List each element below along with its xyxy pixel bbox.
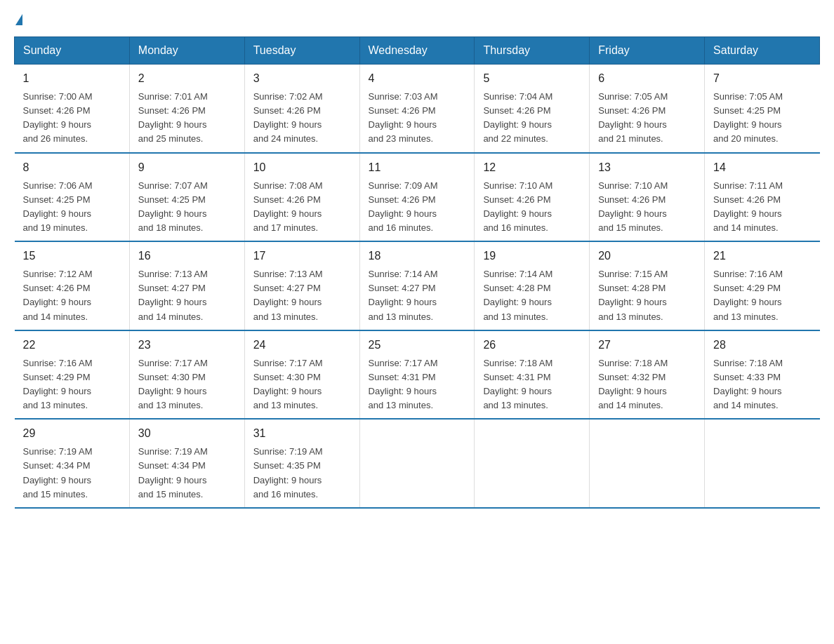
day-number: 20 [598, 248, 696, 264]
calendar-cell: 7Sunrise: 7:05 AMSunset: 4:25 PMDaylight… [705, 65, 820, 153]
calendar-cell: 19Sunrise: 7:14 AMSunset: 4:28 PMDayligh… [475, 241, 590, 330]
day-info: Sunrise: 7:16 AMSunset: 4:29 PMDaylight:… [23, 356, 121, 413]
calendar-cell: 5Sunrise: 7:04 AMSunset: 4:26 PMDaylight… [475, 65, 590, 153]
day-info: Sunrise: 7:16 AMSunset: 4:29 PMDaylight:… [713, 267, 811, 324]
week-row-3: 15Sunrise: 7:12 AMSunset: 4:26 PMDayligh… [15, 241, 820, 330]
logo [14, 14, 22, 25]
calendar-cell: 9Sunrise: 7:07 AMSunset: 4:25 PMDaylight… [129, 153, 244, 242]
calendar-cell: 24Sunrise: 7:17 AMSunset: 4:30 PMDayligh… [244, 330, 359, 420]
week-row-4: 22Sunrise: 7:16 AMSunset: 4:29 PMDayligh… [15, 330, 820, 420]
header-day-monday: Monday [129, 37, 244, 65]
day-number: 18 [369, 248, 466, 264]
calendar-cell: 29Sunrise: 7:19 AMSunset: 4:34 PMDayligh… [15, 419, 130, 508]
header-day-tuesday: Tuesday [244, 37, 359, 65]
day-info: Sunrise: 7:07 AMSunset: 4:25 PMDaylight:… [138, 179, 236, 236]
day-number: 8 [23, 159, 121, 176]
header-row: SundayMondayTuesdayWednesdayThursdayFrid… [15, 37, 820, 65]
calendar-body: 1Sunrise: 7:00 AMSunset: 4:26 PMDaylight… [15, 65, 820, 508]
day-info: Sunrise: 7:14 AMSunset: 4:27 PMDaylight:… [369, 267, 466, 324]
calendar-cell [475, 419, 590, 508]
day-number: 25 [369, 337, 466, 354]
week-row-5: 29Sunrise: 7:19 AMSunset: 4:34 PMDayligh… [15, 419, 820, 508]
day-info: Sunrise: 7:18 AMSunset: 4:33 PMDaylight:… [713, 356, 811, 413]
calendar-cell: 2Sunrise: 7:01 AMSunset: 4:26 PMDaylight… [129, 65, 244, 153]
day-number: 1 [23, 70, 121, 87]
day-number: 2 [138, 70, 236, 87]
calendar-cell [705, 419, 820, 508]
calendar-cell: 11Sunrise: 7:09 AMSunset: 4:26 PMDayligh… [359, 153, 475, 242]
page-header [14, 14, 820, 25]
day-info: Sunrise: 7:08 AMSunset: 4:26 PMDaylight:… [253, 179, 351, 236]
header-day-wednesday: Wednesday [359, 37, 475, 65]
calendar-cell: 27Sunrise: 7:18 AMSunset: 4:32 PMDayligh… [590, 330, 705, 420]
calendar-table: SundayMondayTuesdayWednesdayThursdayFrid… [14, 36, 820, 509]
day-info: Sunrise: 7:04 AMSunset: 4:26 PMDaylight:… [483, 90, 581, 147]
calendar-cell: 22Sunrise: 7:16 AMSunset: 4:29 PMDayligh… [15, 330, 130, 420]
day-number: 15 [23, 248, 121, 264]
day-info: Sunrise: 7:14 AMSunset: 4:28 PMDaylight:… [483, 267, 581, 324]
day-number: 27 [598, 337, 696, 354]
day-info: Sunrise: 7:17 AMSunset: 4:30 PMDaylight:… [253, 356, 351, 413]
day-info: Sunrise: 7:13 AMSunset: 4:27 PMDaylight:… [138, 267, 236, 324]
day-number: 7 [713, 70, 811, 87]
day-number: 30 [138, 425, 236, 442]
day-number: 5 [483, 70, 581, 87]
day-info: Sunrise: 7:02 AMSunset: 4:26 PMDaylight:… [253, 90, 351, 147]
day-info: Sunrise: 7:13 AMSunset: 4:27 PMDaylight:… [253, 267, 351, 324]
calendar-cell: 30Sunrise: 7:19 AMSunset: 4:34 PMDayligh… [129, 419, 244, 508]
day-info: Sunrise: 7:05 AMSunset: 4:25 PMDaylight:… [713, 90, 811, 147]
calendar-cell: 14Sunrise: 7:11 AMSunset: 4:26 PMDayligh… [705, 153, 820, 242]
calendar-cell: 21Sunrise: 7:16 AMSunset: 4:29 PMDayligh… [705, 241, 820, 330]
calendar-cell: 26Sunrise: 7:18 AMSunset: 4:31 PMDayligh… [475, 330, 590, 420]
day-info: Sunrise: 7:00 AMSunset: 4:26 PMDaylight:… [23, 90, 121, 147]
day-number: 31 [253, 425, 351, 442]
day-info: Sunrise: 7:10 AMSunset: 4:26 PMDaylight:… [598, 179, 696, 236]
calendar-cell: 8Sunrise: 7:06 AMSunset: 4:25 PMDaylight… [15, 153, 130, 242]
calendar-cell: 23Sunrise: 7:17 AMSunset: 4:30 PMDayligh… [129, 330, 244, 420]
day-info: Sunrise: 7:15 AMSunset: 4:28 PMDaylight:… [598, 267, 696, 324]
day-info: Sunrise: 7:09 AMSunset: 4:26 PMDaylight:… [369, 179, 466, 236]
calendar-cell: 16Sunrise: 7:13 AMSunset: 4:27 PMDayligh… [129, 241, 244, 330]
calendar-cell: 15Sunrise: 7:12 AMSunset: 4:26 PMDayligh… [15, 241, 130, 330]
day-info: Sunrise: 7:01 AMSunset: 4:26 PMDaylight:… [138, 90, 236, 147]
day-info: Sunrise: 7:11 AMSunset: 4:26 PMDaylight:… [713, 179, 811, 236]
header-day-saturday: Saturday [705, 37, 820, 65]
day-number: 9 [138, 159, 236, 176]
day-info: Sunrise: 7:03 AMSunset: 4:26 PMDaylight:… [369, 90, 466, 147]
day-number: 19 [483, 248, 581, 264]
day-info: Sunrise: 7:18 AMSunset: 4:31 PMDaylight:… [483, 356, 581, 413]
day-info: Sunrise: 7:06 AMSunset: 4:25 PMDaylight:… [23, 179, 121, 236]
day-number: 21 [713, 248, 811, 264]
calendar-cell: 6Sunrise: 7:05 AMSunset: 4:26 PMDaylight… [590, 65, 705, 153]
calendar-cell: 20Sunrise: 7:15 AMSunset: 4:28 PMDayligh… [590, 241, 705, 330]
day-info: Sunrise: 7:17 AMSunset: 4:31 PMDaylight:… [369, 356, 466, 413]
day-number: 13 [598, 159, 696, 176]
calendar-cell: 4Sunrise: 7:03 AMSunset: 4:26 PMDaylight… [359, 65, 475, 153]
day-info: Sunrise: 7:19 AMSunset: 4:35 PMDaylight:… [253, 445, 351, 502]
calendar-header: SundayMondayTuesdayWednesdayThursdayFrid… [15, 37, 820, 65]
day-number: 14 [713, 159, 811, 176]
day-number: 3 [253, 70, 351, 87]
week-row-1: 1Sunrise: 7:00 AMSunset: 4:26 PMDaylight… [15, 65, 820, 153]
day-number: 11 [369, 159, 466, 176]
header-day-thursday: Thursday [475, 37, 590, 65]
day-info: Sunrise: 7:19 AMSunset: 4:34 PMDaylight:… [23, 445, 121, 502]
logo-triangle-icon [15, 14, 22, 25]
calendar-cell: 10Sunrise: 7:08 AMSunset: 4:26 PMDayligh… [244, 153, 359, 242]
calendar-cell: 17Sunrise: 7:13 AMSunset: 4:27 PMDayligh… [244, 241, 359, 330]
day-number: 23 [138, 337, 236, 354]
day-number: 10 [253, 159, 351, 176]
header-day-sunday: Sunday [15, 37, 130, 65]
calendar-cell: 28Sunrise: 7:18 AMSunset: 4:33 PMDayligh… [705, 330, 820, 420]
day-number: 26 [483, 337, 581, 354]
day-info: Sunrise: 7:17 AMSunset: 4:30 PMDaylight:… [138, 356, 236, 413]
day-number: 12 [483, 159, 581, 176]
calendar-cell [359, 419, 475, 508]
day-number: 24 [253, 337, 351, 354]
calendar-cell: 3Sunrise: 7:02 AMSunset: 4:26 PMDaylight… [244, 65, 359, 153]
header-day-friday: Friday [590, 37, 705, 65]
week-row-2: 8Sunrise: 7:06 AMSunset: 4:25 PMDaylight… [15, 153, 820, 242]
day-number: 17 [253, 248, 351, 264]
calendar-cell: 31Sunrise: 7:19 AMSunset: 4:35 PMDayligh… [244, 419, 359, 508]
calendar-cell: 18Sunrise: 7:14 AMSunset: 4:27 PMDayligh… [359, 241, 475, 330]
